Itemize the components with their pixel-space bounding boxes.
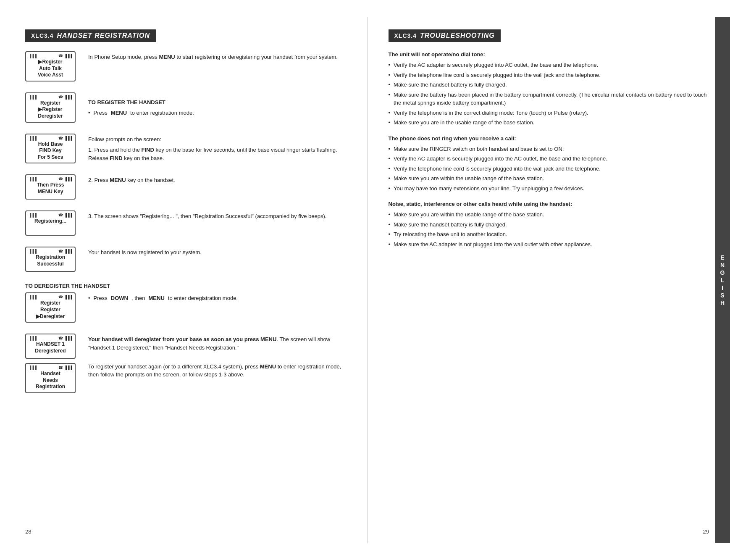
step2-section: 2. Press MENU key on the handset.	[88, 174, 350, 187]
trouble-title-2: The phone does not ring when you receive…	[389, 135, 714, 142]
signal-3: ▐▐▐	[29, 136, 37, 140]
side-letter-s: S	[720, 292, 724, 299]
mockup-text-9: HandsetNeedsRegistration	[29, 371, 72, 390]
side-letter-n: N	[720, 262, 725, 268]
phone-mockup-4: ▐▐▐ ☎ ▐▐▐ Then PressMENU Key	[25, 174, 76, 200]
trouble-title-3: Noise, static, interference or other cal…	[389, 201, 714, 207]
mockup-col-8-9: ▐▐▐ ☎ ▐▐▐ HANDSET 1Deregistered ▐▐▐ ☎ ▐▐…	[25, 334, 80, 397]
trouble-item-2-3: Verify the telephone line cord is secure…	[389, 165, 714, 173]
page-number-right: 29	[703, 528, 709, 535]
mockup-col-7: ▐▐▐ ☎ ▐▐▐ RegisterRegister▶Deregister	[25, 292, 80, 327]
battery-7: ☎ ▐▐▐	[58, 295, 72, 299]
phone-mockup-9: ▐▐▐ ☎ ▐▐▐ HandsetNeedsRegistration	[25, 363, 76, 393]
mockup-col-1: ▐▐▐ ☎ ▐▐▐ ▶RegisterAuto TalkVoice Asst	[25, 51, 80, 86]
trouble-item-2-1: Make sure the RINGER switch on both hand…	[389, 145, 714, 153]
mockup-text-2: Register▶RegisterDeregister	[29, 100, 72, 120]
trouble-item-2-4: Make sure you are within the usable rang…	[389, 174, 714, 183]
register-title: TO REGISTER THE HANDSET	[88, 98, 350, 107]
step3-section: 3. The screen shows "Registering... ", t…	[88, 210, 350, 223]
right-header-code: XLC3.4	[394, 32, 417, 39]
row-deregister: ▐▐▐ ☎ ▐▐▐ RegisterRegister▶Deregister Pr…	[25, 292, 350, 327]
mockup-col-3: ▐▐▐ ☎ ▐▐▐ Hold BaseFIND KeyFor 5 Secs	[25, 134, 80, 168]
trouble-section-3: Noise, static, interference or other cal…	[389, 201, 714, 248]
deregister-bullet: Press DOWN, then MENU to enter deregistr…	[88, 294, 350, 302]
follow-prompts: Follow prompts on the screen:	[88, 135, 350, 144]
trouble-section-1: The unit will not operate/no dial tone: …	[389, 51, 714, 127]
battery-8: ☎ ▐▐▐	[58, 336, 72, 340]
side-letter-e: E	[720, 254, 724, 261]
deregister-detail: Your handset will deregister from your b…	[88, 334, 350, 381]
row-registering: ▐▐▐ ☎ ▐▐▐ Registering... 3. The screen s…	[25, 210, 350, 240]
trouble-bullets-2: Make sure the RINGER switch on both hand…	[389, 145, 714, 193]
trouble-item-1-5: Verify the telephone is in the correct d…	[389, 109, 714, 117]
registered-p: Your handset is now registered to your s…	[88, 248, 350, 257]
signal-6: ▐▐▐	[29, 249, 37, 253]
row-intro: ▐▐▐ ☎ ▐▐▐ ▶RegisterAuto TalkVoice Asst I…	[25, 51, 350, 86]
trouble-section-2: The phone does not ring when you receive…	[389, 135, 714, 193]
page-number-left: 28	[25, 528, 31, 535]
register-bullets: Press MENU to enter registration mode.	[88, 109, 350, 117]
signal-8: ▐▐▐	[29, 336, 37, 340]
trouble-item-3-2: Make sure the handset battery is fully c…	[389, 221, 714, 229]
left-page: XLC3.4 HANDSET REGISTRATION ▐▐▐ ☎ ▐▐▐ ▶R…	[0, 17, 368, 543]
battery-4: ☎ ▐▐▐	[58, 177, 72, 181]
mockup-text-6: RegistrationSuccessful	[29, 254, 72, 267]
right-section-header: XLC3.4 TROUBLESHOOTING	[389, 29, 501, 42]
phone-mockup-1: ▐▐▐ ☎ ▐▐▐ ▶RegisterAuto TalkVoice Asst	[25, 51, 76, 82]
register-section: TO REGISTER THE HANDSET Press MENU to en…	[88, 92, 350, 119]
signal-1: ▐▐▐	[29, 54, 37, 58]
battery-3: ☎ ▐▐▐	[58, 136, 72, 140]
battery-9: ☎ ▐▐▐	[58, 365, 72, 370]
trouble-item-2-5: You may have too many extensions on your…	[389, 184, 714, 193]
registered-text: Your handset is now registered to your s…	[88, 247, 350, 259]
trouble-item-1-6: Make sure you are in the usable range of…	[389, 118, 714, 127]
page-wrapper: XLC3.4 HANDSET REGISTRATION ▐▐▐ ☎ ▐▐▐ ▶R…	[0, 0, 730, 560]
signal-5: ▐▐▐	[29, 213, 37, 217]
mockup-text-7: RegisterRegister▶Deregister	[29, 300, 72, 320]
deregister-bullets: Press DOWN, then MENU to enter deregistr…	[88, 294, 350, 302]
phone-mockup-5: ▐▐▐ ☎ ▐▐▐ Registering...	[25, 210, 76, 236]
mockup-col-4: ▐▐▐ ☎ ▐▐▐ Then PressMENU Key	[25, 174, 80, 204]
signal-2: ▐▐▐	[29, 95, 37, 99]
trouble-item-3-4: Make sure the AC adapter is not plugged …	[389, 240, 714, 249]
phone-mockup-2: ▐▐▐ ☎ ▐▐▐ Register▶RegisterDeregister	[25, 92, 76, 123]
mockup-text-8: HANDSET 1Deregistered	[29, 341, 72, 354]
register-bullet-1: Press MENU to enter registration mode.	[88, 109, 350, 117]
mockup-text-5: Registering...	[29, 218, 72, 225]
row-deregister-detail: ▐▐▐ ☎ ▐▐▐ HANDSET 1Deregistered ▐▐▐ ☎ ▐▐…	[25, 334, 350, 397]
mockup-text-1: ▶RegisterAuto TalkVoice Asst	[29, 59, 72, 79]
battery-1: ☎ ▐▐▐	[58, 54, 72, 58]
phone-mockup-3: ▐▐▐ ☎ ▐▐▐ Hold BaseFIND KeyFor 5 Secs	[25, 134, 76, 164]
side-letter-l: L	[721, 277, 725, 284]
deregister-text-col: Press DOWN, then MENU to enter deregistr…	[88, 292, 350, 304]
step1-section: Follow prompts on the screen: 1. Press a…	[88, 134, 350, 165]
phone-mockup-8: ▐▐▐ ☎ ▐▐▐ HANDSET 1Deregistered	[25, 334, 76, 359]
row-hold-base: ▐▐▐ ☎ ▐▐▐ Hold BaseFIND KeyFor 5 Secs Fo…	[25, 134, 350, 168]
trouble-item-1-3: Make sure the handset battery is fully c…	[389, 81, 714, 89]
side-letter-g: G	[720, 269, 725, 276]
trouble-title-1: The unit will not operate/no dial tone:	[389, 51, 714, 58]
trouble-item-2-2: Verify the AC adapter is securely plugge…	[389, 155, 714, 163]
side-letters: E N G L I S H	[720, 254, 725, 306]
trouble-item-1-1: Verify the AC adapter is securely plugge…	[389, 61, 714, 69]
mockup-text-4: Then PressMENU Key	[29, 182, 72, 195]
signal-4: ▐▐▐	[29, 177, 37, 181]
signal-9: ▐▐▐	[29, 365, 37, 370]
battery-6: ☎ ▐▐▐	[58, 249, 72, 253]
left-header-code: XLC3.4	[31, 32, 53, 39]
trouble-item-1-4: Make sure the battery has been placed in…	[389, 91, 714, 107]
trouble-item-1-2: Verify the telephone line cord is secure…	[389, 71, 714, 79]
trouble-bullets-1: Verify the AC adapter is securely plugge…	[389, 61, 714, 127]
mockup-col-5: ▐▐▐ ☎ ▐▐▐ Registering...	[25, 210, 80, 240]
row-register-title: ▐▐▐ ☎ ▐▐▐ Register▶RegisterDeregister TO…	[25, 92, 350, 127]
side-tab: E N G L I S H	[715, 17, 730, 543]
phone-mockup-7: ▐▐▐ ☎ ▐▐▐ RegisterRegister▶Deregister	[25, 292, 76, 323]
mockup-col-2: ▐▐▐ ☎ ▐▐▐ Register▶RegisterDeregister	[25, 92, 80, 127]
mockup-text-3: Hold BaseFIND KeyFor 5 Secs	[29, 141, 72, 161]
right-page: XLC3.4 TROUBLESHOOTING The unit will not…	[368, 17, 730, 543]
battery-2: ☎ ▐▐▐	[58, 95, 72, 99]
signal-7: ▐▐▐	[29, 295, 37, 299]
row-successful: ▐▐▐ ☎ ▐▐▐ RegistrationSuccessful Your ha…	[25, 247, 350, 276]
deregister-title: TO DEREGISTER THE HANDSET	[25, 283, 350, 289]
side-letter-i: I	[722, 284, 723, 291]
